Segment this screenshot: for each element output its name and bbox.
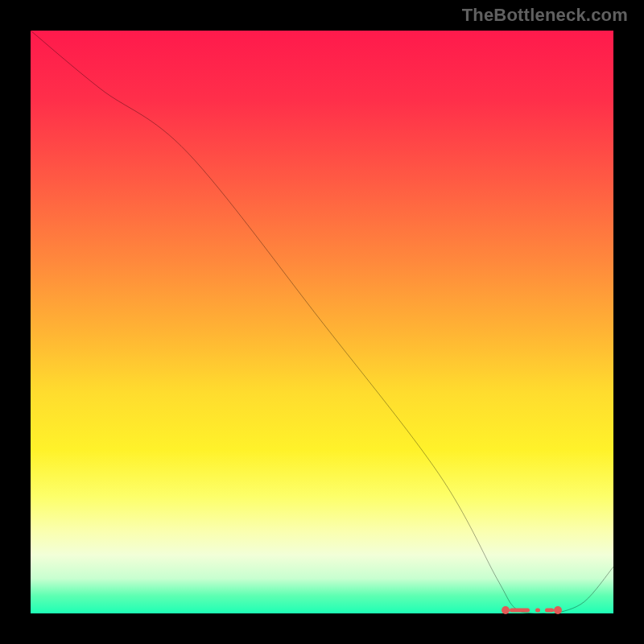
chart-frame: TheBottleneck.com <box>0 0 644 644</box>
curve-path <box>31 31 613 613</box>
watermark-text: TheBottleneck.com <box>462 5 628 26</box>
marker-dot <box>554 606 562 614</box>
marker-bar <box>510 609 530 613</box>
marker-bar <box>545 609 555 613</box>
marker-bar <box>535 609 540 613</box>
plot-area <box>31 31 613 613</box>
marker-dot <box>502 606 510 614</box>
line-curve <box>31 31 613 613</box>
